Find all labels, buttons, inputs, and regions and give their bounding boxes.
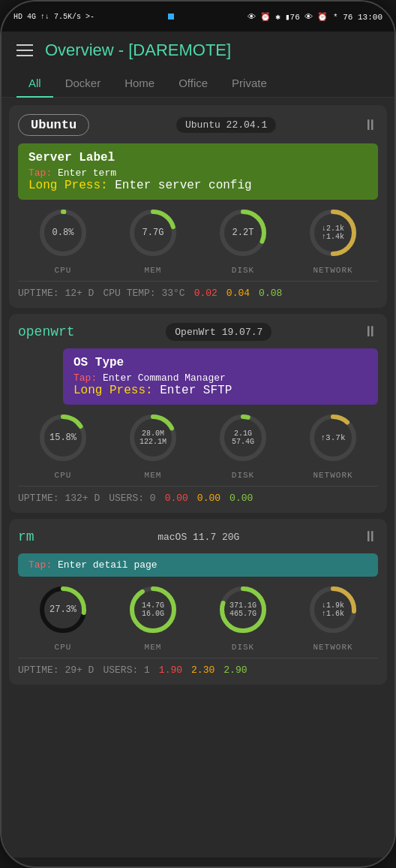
battery-indicator: ▮76 (285, 12, 300, 22)
load1-rm: 1.90 (159, 665, 182, 676)
server-card-ubuntu[interactable]: Ubuntu Ubuntu 22.04.1 ⏸ Server Label Tap… (9, 105, 387, 308)
cpu-label-rm: CPU (55, 643, 72, 652)
load15-openwrt: 0.00 (230, 493, 253, 504)
mem-value-openwrt: 28.0M 122.1M (140, 429, 166, 446)
mem-circle-ubuntu: 7.7G (126, 206, 180, 260)
os-badge-ubuntu: Ubuntu 22.04.1 (176, 117, 276, 133)
metrics-row-ubuntu: 0.8% CPU 7.7G MEM (18, 206, 378, 275)
cpu-value-openwrt: 15.8% (50, 432, 76, 443)
mem-label-ubuntu: MEM (145, 266, 162, 275)
page-title-bracket: [DAREMOTE] (128, 41, 231, 59)
page-title: Overview - [DAREMOTE] (45, 41, 231, 60)
tooltip-ubuntu[interactable]: Server Label Tap: Enter term Long Press:… (18, 143, 378, 200)
metric-cpu-openwrt: 15.8% CPU (36, 411, 90, 480)
card-footer-ubuntu: UPTIME: 12+ D CPU TEMP: 33°C 0.02 0.04 0… (18, 281, 378, 299)
disk-label-openwrt: DISK (232, 471, 254, 480)
load5-rm: 2.30 (191, 665, 214, 676)
pause-button-ubuntu[interactable]: ⏸ (363, 116, 378, 134)
uptime-ubuntu: UPTIME: 12+ D (18, 288, 94, 299)
disk-circle-openwrt: 2.1G 57.4G (216, 411, 270, 465)
users-openwrt: USERS: 0 (109, 493, 155, 504)
metric-mem-openwrt: 28.0M 122.1M MEM (126, 411, 180, 480)
network-circle-ubuntu: ↓2.1k ↑1.4k (306, 206, 360, 260)
metric-disk-openwrt: 2.1G 57.4G DISK (216, 411, 270, 480)
metric-network-ubuntu: ↓2.1k ↑1.4k NETWORK (306, 206, 360, 275)
hamburger-line-1 (16, 44, 33, 46)
cpu-label-openwrt: CPU (55, 471, 72, 480)
mem-label-openwrt: MEM (145, 471, 162, 480)
status-bar: HD 4G ↑↓ 7.5K/s >- 👁 ⏰ ✱ ▮76 👁 ⏰ * 76 13… (2, 2, 394, 32)
network-circle-rm: ↓1.9k ↑1.6k (306, 583, 360, 637)
hamburger-menu[interactable] (16, 44, 33, 56)
metric-mem-ubuntu: 7.7G MEM (126, 206, 180, 275)
network-label-ubuntu: NETWORK (313, 266, 352, 275)
tab-docker[interactable]: Docker (53, 69, 113, 97)
disk-value-ubuntu: 2.2T (232, 228, 254, 238)
tab-office[interactable]: Office (166, 69, 220, 97)
tooltip-title-openwrt: OS Type (74, 356, 368, 369)
load15-ubuntu: 0.08 (259, 288, 282, 299)
disk-value-openwrt: 2.1G 57.4G (232, 429, 254, 446)
card-header-rm: rm macOS 11.7 20G ⏸ (18, 528, 378, 546)
uptime-openwrt: UPTIME: 132+ D (18, 493, 100, 504)
metric-mem-rm: 14.7G 16.0G MEM (126, 583, 180, 652)
os-badge-openwrt: OpenWrt 19.07.7 (166, 323, 272, 341)
cpu-label-ubuntu: CPU (55, 266, 72, 275)
card-footer-openwrt: UPTIME: 132+ D USERS: 0 0.00 0.00 0.00 (18, 486, 378, 504)
clock: 👁 ⏰ * 76 13:00 (304, 12, 382, 22)
tab-home[interactable]: Home (112, 69, 166, 97)
tooltip-longpress-ubuntu: Long Press: Enter server config (28, 179, 368, 192)
metric-disk-ubuntu: 2.2T DISK (216, 206, 270, 275)
status-left: HD 4G ↑↓ 7.5K/s >- (14, 13, 94, 21)
os-badge-rm: macOS 11.7 20G (148, 528, 248, 546)
tooltip-openwrt[interactable]: OS Type Tap: Enter Command Manager Long … (63, 348, 378, 405)
cputemp-ubuntu: CPU TEMP: 33°C (103, 288, 184, 299)
tooltip-rm[interactable]: Tap: Enter detail page (18, 553, 378, 577)
server-list: Ubuntu Ubuntu 22.04.1 ⏸ Server Label Tap… (2, 98, 394, 857)
cpu-circle-openwrt: 15.8% (36, 411, 90, 465)
metric-cpu-ubuntu: 0.8% CPU (36, 206, 90, 275)
metric-disk-rm: 371.1G 465.7G DISK (216, 583, 270, 652)
metrics-row-openwrt: 15.8% CPU 28.0M 122.1M (18, 411, 378, 480)
disk-label-ubuntu: DISK (232, 266, 254, 275)
tooltip-tap-openwrt: Tap: Enter Command Manager (74, 372, 368, 384)
status-alarm-icon: ⏰ (260, 12, 271, 22)
tab-all[interactable]: All (16, 69, 53, 97)
tooltip-tap-rm: Tap: Enter detail page (28, 559, 368, 571)
phone-frame: HD 4G ↑↓ 7.5K/s >- 👁 ⏰ ✱ ▮76 👁 ⏰ * 76 13… (0, 0, 396, 868)
metric-network-openwrt: ↑3.7k NETWORK (306, 411, 360, 480)
server-name-rm: rm (18, 529, 34, 544)
tooltip-longpress-openwrt: Long Press: Enter SFTP (74, 384, 368, 397)
pause-button-openwrt[interactable]: ⏸ (363, 323, 378, 341)
load1-openwrt: 0.00 (165, 493, 188, 504)
hamburger-line-3 (16, 55, 33, 56)
metric-network-rm: ↓1.9k ↑1.6k NETWORK (306, 583, 360, 652)
server-card-openwrt[interactable]: openwrt OpenWrt 19.07.7 ⏸ OS Type Tap: E… (9, 314, 387, 513)
disk-circle-rm: 371.1G 465.7G (216, 583, 270, 637)
load5-ubuntu: 0.04 (226, 288, 250, 299)
page-title-text: Overview - (45, 41, 128, 59)
mem-value-rm: 14.7G 16.0G (142, 601, 164, 618)
network-value-openwrt: ↑3.7k (320, 433, 345, 442)
users-rm: USERS: 1 (103, 665, 149, 676)
cpu-circle-rm: 27.3% (36, 583, 90, 637)
server-card-rm[interactable]: rm macOS 11.7 20G ⏸ Tap: Enter detail pa… (9, 519, 387, 685)
tab-bar: All Docker Home Office Private (2, 69, 394, 98)
cpu-value-ubuntu: 0.8% (52, 228, 74, 238)
uptime-rm: UPTIME: 29+ D (18, 665, 94, 676)
tab-private[interactable]: Private (220, 69, 279, 97)
mem-label-rm: MEM (145, 643, 162, 652)
card-header-ubuntu: Ubuntu Ubuntu 22.04.1 ⏸ (18, 114, 378, 136)
load15-rm: 2.90 (224, 665, 247, 676)
network-circle-openwrt: ↑3.7k (306, 411, 360, 465)
network-value-ubuntu: ↓2.1k ↑1.4k (322, 225, 344, 241)
pause-button-rm[interactable]: ⏸ (363, 528, 378, 546)
hamburger-line-2 (16, 50, 33, 51)
disk-value-rm: 371.1G 465.7G (230, 601, 256, 618)
cpu-value-rm: 27.3% (50, 604, 76, 615)
mem-circle-rm: 14.7G 16.0G (126, 583, 180, 637)
disk-label-rm: DISK (232, 643, 254, 652)
status-eye-icon: 👁 (248, 12, 256, 22)
cpu-circle-ubuntu: 0.8% (36, 206, 90, 260)
mem-circle-openwrt: 28.0M 122.1M (126, 411, 180, 465)
